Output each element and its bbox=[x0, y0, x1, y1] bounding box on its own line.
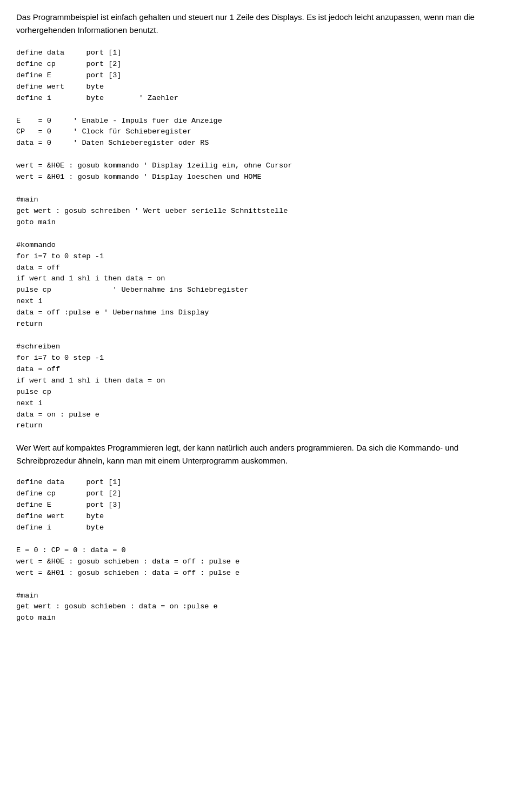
code-block-1: define data port [1] define cp port [2] … bbox=[16, 48, 503, 432]
code-block-2: define data port [1] define cp port [2] … bbox=[16, 477, 503, 624]
intro-paragraph: Das Programmbeispiel ist einfach gehalte… bbox=[16, 11, 503, 37]
prose-paragraph: Wer Wert auf kompaktes Programmieren leg… bbox=[16, 441, 503, 467]
